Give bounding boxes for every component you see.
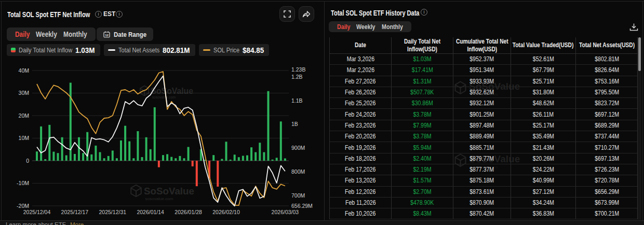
svg-text:1.23B: 1.23B [291,66,305,73]
col-header: Date [330,37,392,53]
table-cell: Feb 13,2026 [330,175,392,186]
svg-text:30M: 30M [19,90,29,96]
history-title: Total SOL Spot ETF History Data [331,8,419,17]
table-cell: $873.61M [453,187,511,197]
table-cell: $823.72M [576,98,638,108]
history-table: DateDaily Total Net Inflow(USD)Cumulativ… [329,37,638,219]
svg-text:2026/01/28: 2026/01/28 [175,209,202,215]
table-row[interactable]: Feb 27,2026$1.31M$933.93M$25.71M$753.16M [330,76,637,87]
table-row[interactable]: Mar 3,2026$1.03M$952.37M$52.61M$802.81M [330,54,637,65]
table-cell: $21.43M [511,142,576,152]
table-cell: $3.78M [392,109,453,119]
svg-text:1.1B: 1.1B [291,97,303,104]
table-cell: $31.80M [511,87,576,97]
svg-text:700M: 700M [291,192,305,199]
table-cell: $673.99M [576,198,638,208]
table-cell: $48.62M [511,98,576,108]
table-cell: Feb 20,2026 [330,131,392,142]
table-row[interactable]: Feb 19,2026$5.94M$885.71M$21.43M$710.27M [330,142,637,153]
svg-text:800M: 800M [291,168,305,175]
table-cell: $826.64M [576,65,638,75]
table-cell: $700.21M [576,208,638,219]
table-cell: $30.86M [392,98,453,108]
table-cell: $1.31M [392,76,453,87]
table-cell: Feb 18,2026 [330,153,392,164]
table-cell: $478.90K [392,198,453,208]
table-cell: $36.83M [511,208,576,219]
table-cell: $697.12M [576,109,638,119]
table-scrollbar[interactable] [638,37,641,220]
table-row[interactable]: Mar 2,2026$17.41M$951.34M$67.79M$826.64M [330,65,637,76]
table-cell: $933.93M [453,76,511,87]
history-tab-weekly[interactable]: Weekly [353,23,378,31]
table-row[interactable]: Feb 18,2026$2.40M$879.77M$20.26M$697.13M [330,153,637,164]
footer-link[interactable]: Learn more about ETF...More [6,221,84,225]
table-cell: $7.99M [392,120,453,131]
history-tab-daily[interactable]: Daily [334,23,353,31]
sosovalue-etf-dashboard: Total SOL Spot ETF Net Inflow i EST i Da… [0,0,644,225]
table-cell: $35.49M [511,131,576,142]
table-cell: Feb 24,2026 [330,109,392,119]
netinflow-chart[interactable]: 40M30M20M10M0-10M-20M1.23B1.2B1.1B1B900M… [0,0,323,220]
table-row[interactable]: Feb 20,2026$3.78M$889.49M$35.49M$737.44M [330,131,637,142]
table-row[interactable]: Feb 17,2026$2.19M$877.37M$24.22M$726.23M [330,164,637,175]
table-cell: Feb 26,2026 [330,87,392,97]
footer-bar: Learn more about ETF...More [0,220,644,225]
scrollbar-thumb[interactable] [638,37,641,71]
table-row[interactable]: Feb 26,2026$507.78K$932.62M$31.80M$795.5… [330,87,637,98]
table-cell: $34.24M [511,198,576,208]
svg-text:-20M: -20M [17,203,29,209]
table-cell: Feb 23,2026 [330,120,392,131]
table-cell: $67.79M [511,65,576,75]
svg-text:1.2B: 1.2B [291,74,303,80]
table-row[interactable]: Feb 24,2026$3.78M$901.25M$26.11M$697.12M [330,109,637,120]
table-cell: $26.11M [511,109,576,119]
table-cell: $932.12M [453,98,511,108]
table-row[interactable]: Feb 13,2026$1.57M$875.18M$40.99M$720.78M [330,175,637,186]
svg-text:2025/12/17: 2025/12/17 [61,209,89,215]
table-row[interactable]: Feb 10,2026$8.43M$870.42M$36.83M$700.21M [330,208,637,219]
svg-text:2025/12/31: 2025/12/31 [99,209,127,215]
table-cell: $952.37M [453,54,511,64]
table-cell: $25.17M [511,120,576,131]
svg-text:10M: 10M [19,135,29,141]
svg-text:2026/01/14: 2026/01/14 [137,209,164,215]
table-cell: $897.48M [453,120,511,131]
col-header: Cumulative Total Net Inflow(USD) [453,37,511,53]
table-cell: $507.78K [392,87,453,97]
table-cell: $689.29M [576,120,638,131]
table-cell: $753.16M [576,76,638,87]
table-cell: Feb 25,2026 [330,98,392,108]
table-cell: $8.43M [392,208,453,219]
table-cell: $951.34M [453,65,511,75]
table-cell: $1.03M [392,54,453,64]
table-cell: $2.19M [392,164,453,175]
download-icon [629,23,638,32]
table-row[interactable]: Feb 11,2026$478.90K$870.90M$34.24M$673.9… [330,198,637,208]
svg-text:1B: 1B [291,121,298,127]
table-cell: $889.49M [453,131,511,142]
table-cell: Mar 3,2026 [330,54,392,64]
svg-text:2025/12/04: 2025/12/04 [23,209,51,215]
table-cell: $870.42M [453,208,511,219]
panel-divider [324,1,325,220]
table-cell: $901.25M [453,109,511,119]
download-button[interactable] [627,21,640,33]
table-cell: $656.29M [576,187,638,197]
table-row[interactable]: Feb 12,2026$2.70M$873.61M$27.12M$656.29M [330,187,637,198]
table-cell: $1.57M [392,175,453,186]
table-row[interactable]: Feb 23,2026$7.99M$897.48M$25.17M$689.29M [330,120,637,131]
table-row[interactable]: Feb 25,2026$30.86M$932.12M$48.62M$823.72… [330,98,637,109]
table-cell: $877.37M [453,164,511,175]
table-cell: $795.50M [576,87,638,97]
table-cell: $24.22M [511,164,576,175]
table-cell: $737.44M [576,131,638,142]
history-tab-monthly[interactable]: Monthly [379,23,406,31]
svg-text:40M: 40M [19,67,29,74]
table-cell: $726.23M [576,164,638,175]
svg-text:SoSoValue: SoSoValue [144,186,194,196]
table-cell: $3.78M [392,131,453,142]
info-icon[interactable]: i [421,9,427,16]
svg-text:sosovalue.com: sosovalue.com [152,95,176,99]
table-cell: $2.70M [392,187,453,197]
